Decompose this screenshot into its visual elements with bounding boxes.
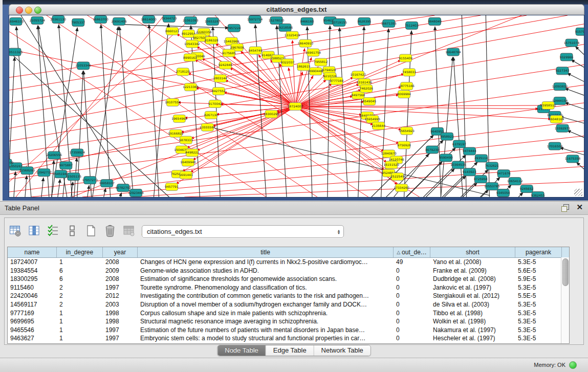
tab-node-table[interactable]: Node Table — [217, 345, 266, 356]
column-header-year[interactable]: year — [103, 247, 138, 257]
canvas-resize-grip-icon[interactable] — [574, 189, 582, 196]
network-window-titlebar[interactable]: citations_edges.txt — [9, 4, 584, 15]
graph-node[interactable]: 9157966 — [575, 28, 584, 35]
column-header-title[interactable]: title — [138, 247, 394, 257]
table-cell[interactable]: 0 — [394, 283, 430, 292]
graph-node[interactable]: 8990448 — [309, 68, 323, 75]
table-cell[interactable]: 14569117 — [8, 300, 57, 309]
table-cell[interactable]: Dudbridge et al. (2008) — [430, 275, 515, 283]
graph-node[interactable]: 10364535 — [450, 161, 466, 169]
graph-node[interactable]: 12093832 — [552, 83, 568, 91]
graph-node[interactable]: 1862615 — [297, 63, 311, 71]
graph-edge[interactable] — [292, 40, 295, 106]
table-cell[interactable]: 9465546 — [8, 326, 57, 335]
graph-node[interactable]: 8471676 — [497, 170, 511, 178]
graph-node[interactable]: 20511325 — [9, 48, 23, 56]
graph-edge[interactable] — [149, 25, 159, 197]
table-cell[interactable]: 49 — [394, 258, 430, 267]
table-cell[interactable]: 0 — [394, 292, 430, 300]
graph-node[interactable]: 8069984 — [397, 91, 411, 98]
table-cell[interactable]: Jankovic et al. (1997) — [430, 283, 515, 292]
graph-node[interactable]: 8549045 — [362, 98, 376, 105]
table-cell[interactable]: Hescheler et al. (1997) — [430, 334, 515, 343]
table-cell[interactable]: 18300295 — [8, 275, 57, 283]
graph-edge[interactable] — [9, 52, 169, 197]
graph-edge[interactable] — [567, 73, 584, 81]
table-cell[interactable]: Estimation of significance thresholds fo… — [138, 275, 394, 283]
graph-node[interactable]: 7955812 — [314, 58, 328, 66]
table-cell[interactable]: Changes of HCN gene expression and I(f) … — [138, 258, 394, 267]
graph-node[interactable]: 16863700 — [93, 15, 108, 23]
graph-node[interactable]: 18107554 — [165, 99, 181, 106]
graph-node[interactable]: 9245652 — [520, 185, 534, 193]
graph-node[interactable]: 13555584 — [200, 123, 215, 131]
graph-edge[interactable] — [575, 47, 584, 55]
graph-edge[interactable] — [154, 24, 168, 197]
table-cell[interactable]: 0 — [394, 275, 430, 283]
table-cell[interactable]: 1 — [57, 258, 103, 267]
table-cell[interactable]: Wolkin et al. (1998) — [430, 317, 515, 326]
graph-node[interactable]: 19344723 — [161, 15, 177, 22]
graph-node[interactable]: 17957273 — [82, 177, 98, 184]
graph-node[interactable]: 10653287 — [205, 17, 221, 25]
table-cell[interactable]: 5.3E-5 — [515, 334, 562, 343]
graph-node[interactable]: 8848049 — [428, 17, 442, 25]
graph-node[interactable]: 18724007 — [288, 103, 303, 111]
table-cell[interactable]: 1998 — [103, 317, 138, 326]
graph-node[interactable]: 16671355 — [381, 19, 397, 27]
graph-node[interactable]: 12923468 — [128, 189, 144, 197]
float-panel-button[interactable] — [561, 204, 570, 212]
graph-node[interactable]: 9227343 — [556, 67, 570, 75]
table-options-button[interactable] — [9, 224, 22, 237]
graph-edge[interactable] — [230, 68, 295, 106]
graph-node[interactable]: 9590490 — [439, 154, 453, 162]
table-cell[interactable]: 2008 — [103, 258, 138, 267]
graph-node[interactable]: 8628395 — [357, 17, 371, 25]
table-cell[interactable]: 5.3E-5 — [515, 283, 562, 292]
graph-node[interactable]: 9170042 — [208, 100, 222, 108]
graph-edge[interactable] — [88, 185, 89, 197]
graph-node[interactable]: 2935114 — [474, 155, 488, 162]
graph-node[interactable]: 20361130 — [51, 15, 67, 23]
table-cell[interactable]: 0 — [394, 334, 430, 343]
table-cell[interactable]: 22420046 — [8, 292, 57, 300]
graph-node[interactable]: 18775166 — [399, 82, 415, 90]
column-header-in_degree[interactable]: in_degree — [57, 247, 103, 257]
table-cell[interactable]: Embryonic stem cells: a model to study s… — [138, 334, 394, 343]
graph-node[interactable]: 16946103 — [9, 17, 24, 25]
graph-node[interactable]: 7632621 — [485, 162, 499, 170]
close-panel-button[interactable]: ✕ — [576, 203, 583, 212]
graph-node[interactable]: 7957224 — [227, 24, 241, 32]
graph-node[interactable]: 15278020 — [269, 16, 285, 24]
table-cell[interactable]: 5.3E-5 — [515, 317, 562, 326]
graph-node[interactable]: 8427552 — [212, 87, 226, 95]
graph-node[interactable]: 20691406 — [111, 17, 127, 25]
graph-node[interactable]: 9474444 — [463, 147, 476, 155]
graph-node[interactable]: 16151520 — [383, 161, 399, 169]
table-cell[interactable]: 1 — [57, 334, 103, 343]
table-row[interactable]: 1456911722003Disruption of a novel membe… — [8, 300, 569, 309]
graph-node[interactable]: 12505135 — [66, 173, 82, 181]
column-visibility-button[interactable] — [28, 224, 41, 237]
graph-edge[interactable] — [47, 15, 317, 197]
graph-node[interactable]: 18614000 — [141, 15, 157, 23]
graph-node[interactable]: 8660123 — [165, 27, 179, 35]
graph-node[interactable]: 8958923 — [440, 133, 454, 140]
column-header-out_de[interactable]: △out_de… — [394, 247, 430, 257]
graph-node[interactable]: 21053346 — [76, 62, 92, 70]
graph-edge[interactable] — [295, 106, 402, 130]
table-cell[interactable]: 9463627 — [8, 334, 57, 343]
graph-edge[interactable] — [463, 183, 477, 197]
tab-edge-table[interactable]: Edge Table — [266, 345, 314, 356]
graph-node[interactable]: 18300295 — [264, 110, 279, 118]
column-header-name[interactable]: name — [8, 247, 57, 257]
graph-node[interactable]: 16961758 — [306, 49, 321, 56]
graph-edge[interactable] — [295, 105, 543, 106]
memory-status-indicator[interactable] — [569, 361, 577, 369]
graph-node[interactable]: 10719155 — [332, 18, 347, 26]
table-cell[interactable]: 5.3E-5 — [515, 300, 562, 309]
table-cell[interactable]: 9699695 — [8, 317, 57, 326]
table-cell[interactable]: 0 — [394, 267, 430, 275]
graph-node[interactable]: 8679239 — [425, 146, 439, 154]
column-header-pagerank[interactable]: pagerank — [515, 247, 562, 257]
